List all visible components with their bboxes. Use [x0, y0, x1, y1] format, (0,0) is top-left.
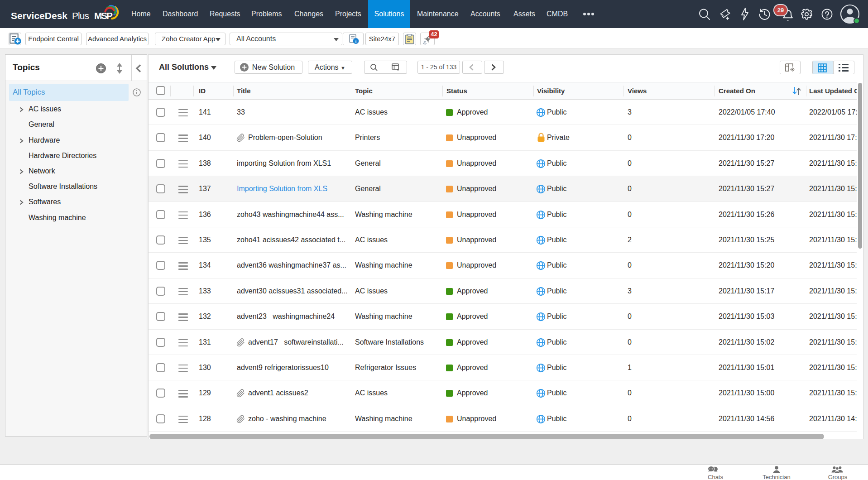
svg-text:Plus: Plus	[72, 10, 89, 21]
svg-text:ServiceDesk: ServiceDesk	[11, 10, 67, 21]
svg-text:MSP: MSP	[94, 10, 113, 21]
